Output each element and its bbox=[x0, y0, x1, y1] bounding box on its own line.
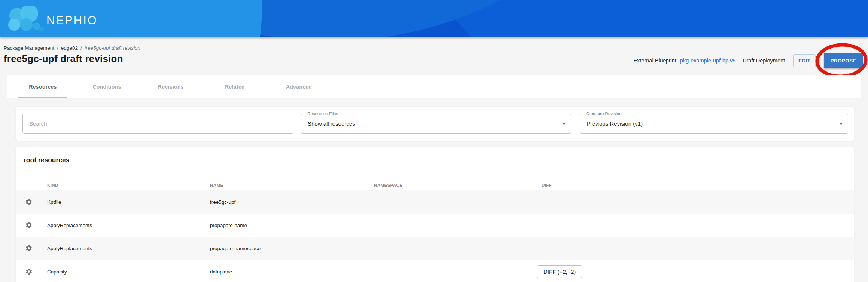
search-input[interactable] bbox=[22, 114, 293, 134]
table-row[interactable]: Kptfile free5gc-upf bbox=[16, 190, 854, 214]
compare-revision-value: Previous Revision (v1) bbox=[580, 114, 848, 133]
breadcrumb: Package Management/edge02/free5gc-upf dr… bbox=[4, 45, 140, 51]
nephio-logo[interactable]: NEPHIO bbox=[7, 6, 98, 31]
cell-name: free5gc-upf bbox=[210, 199, 374, 205]
tab-revisions[interactable]: Revisions bbox=[146, 75, 195, 98]
tab-label: Related bbox=[225, 84, 245, 90]
table-header-row: KIND NAME NAMESPACE DIFF bbox=[16, 180, 854, 190]
gear-icon[interactable] bbox=[25, 221, 33, 229]
app-header: NEPHIO bbox=[0, 0, 868, 37]
gear-icon[interactable] bbox=[25, 198, 33, 206]
breadcrumb-separator: / bbox=[57, 45, 58, 51]
chevron-down-icon bbox=[562, 123, 566, 125]
breadcrumb-separator: / bbox=[80, 45, 82, 51]
filters-card: Resources Filter Show all resources Comp… bbox=[16, 107, 854, 141]
resources-filter-value: Show all resources bbox=[301, 114, 571, 133]
column-header-diff: DIFF bbox=[542, 183, 854, 187]
external-blueprint-link[interactable]: pkg-example-upf-bp v5 bbox=[680, 58, 735, 64]
external-blueprint-label: External Blueprint: bbox=[633, 58, 677, 64]
compare-revision-label: Compare Revision bbox=[584, 111, 624, 116]
header-background bbox=[0, 0, 868, 37]
tab-label: Conditions bbox=[92, 84, 121, 90]
tab-conditions[interactable]: Conditions bbox=[82, 75, 131, 98]
breadcrumb-link-package-management[interactable]: Package Management bbox=[4, 45, 54, 51]
nephio-wordmark: NEPHIO bbox=[46, 14, 98, 27]
table-row[interactable]: ApplyReplacements propagate-namespace bbox=[16, 237, 854, 260]
breadcrumb-current: free5gc-upf draft revision bbox=[85, 45, 140, 51]
column-header-name: NAME bbox=[210, 183, 374, 187]
chevron-down-icon bbox=[839, 123, 843, 125]
tab-bar: Resources Conditions Revisions Related A… bbox=[7, 75, 861, 98]
cell-kind: Capacity bbox=[47, 269, 210, 275]
column-header-kind: KIND bbox=[47, 183, 210, 187]
cell-name: propagate-namespace bbox=[210, 246, 374, 251]
column-header-namespace: NAMESPACE bbox=[374, 183, 542, 187]
tab-label: Resources bbox=[29, 84, 57, 90]
resources-filter-select[interactable]: Resources Filter Show all resources bbox=[301, 114, 571, 134]
section-title: root resources bbox=[16, 147, 854, 180]
gear-icon[interactable] bbox=[25, 268, 33, 275]
compare-revision-select[interactable]: Compare Revision Previous Revision (v1) bbox=[580, 114, 848, 134]
tab-resources[interactable]: Resources bbox=[18, 75, 67, 98]
tab-label: Revisions bbox=[158, 84, 184, 90]
cell-kind: Kptfile bbox=[47, 199, 210, 205]
diff-button[interactable]: DIFF (+2, -2) bbox=[537, 265, 582, 278]
tab-related[interactable]: Related bbox=[210, 75, 259, 98]
page-title: free5gc-upf draft revision bbox=[4, 53, 123, 65]
table-row[interactable]: Capacity dataplane DIFF (+2, -2) bbox=[16, 260, 854, 282]
table-row[interactable]: ApplyReplacements propagate-name bbox=[16, 214, 854, 237]
deployment-status: Draft Deployment bbox=[743, 58, 785, 64]
propose-button[interactable]: PROPOSE bbox=[824, 53, 863, 68]
gear-icon[interactable] bbox=[25, 245, 33, 252]
breadcrumb-link-edge02[interactable]: edge02 bbox=[61, 45, 78, 51]
active-tab-indicator bbox=[18, 97, 67, 98]
header-actions: External Blueprint: pkg-example-upf-bp v… bbox=[633, 52, 863, 69]
cell-name: dataplane bbox=[210, 269, 374, 275]
root-resources-card: root resources KIND NAME NAMESPACE DIFF … bbox=[16, 147, 854, 282]
edit-button[interactable]: EDIT bbox=[793, 54, 816, 67]
nephio-logo-icon bbox=[7, 6, 44, 31]
cell-name: propagate-name bbox=[210, 223, 374, 228]
nephio-package-page: NEPHIO Package Management/edge02/free5gc… bbox=[0, 0, 868, 282]
tab-advanced[interactable]: Advanced bbox=[274, 75, 323, 98]
cell-kind: ApplyReplacements bbox=[47, 223, 210, 228]
tab-label: Advanced bbox=[286, 84, 312, 90]
cell-kind: ApplyReplacements bbox=[47, 246, 210, 251]
resources-filter-label: Resources Filter bbox=[305, 111, 341, 116]
